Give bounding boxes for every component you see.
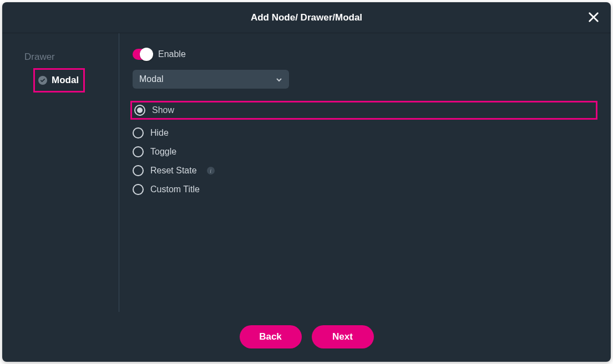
info-icon[interactable]: i bbox=[207, 167, 215, 175]
action-radio-group: Show Hide Toggle Reset State i Cus bbox=[133, 101, 597, 195]
close-button[interactable] bbox=[586, 10, 601, 24]
radio-item-toggle[interactable]: Toggle bbox=[133, 146, 597, 157]
radio-item-hide[interactable]: Hide bbox=[133, 127, 597, 139]
sidebar-item-label: Modal bbox=[52, 75, 79, 86]
radio-icon bbox=[133, 127, 144, 139]
radio-item-show[interactable]: Show bbox=[130, 101, 597, 120]
sidebar-item-drawer[interactable]: Drawer bbox=[2, 46, 119, 68]
toggle-knob bbox=[140, 48, 153, 61]
close-icon bbox=[587, 11, 600, 23]
sidebar-item-label: Drawer bbox=[24, 52, 55, 63]
radio-item-reset-state[interactable]: Reset State i bbox=[133, 165, 597, 176]
radio-label: Hide bbox=[150, 128, 169, 138]
dialog-title: Add Node/ Drawer/Modal bbox=[251, 12, 362, 23]
dialog-header: Add Node/ Drawer/Modal bbox=[2, 2, 611, 33]
chevron-down-icon bbox=[276, 76, 282, 83]
dialog-footer: Back Next bbox=[2, 312, 611, 362]
radio-label: Reset State bbox=[150, 166, 197, 176]
select-value: Modal bbox=[139, 74, 164, 84]
radio-icon bbox=[133, 165, 144, 176]
radio-label: Show bbox=[152, 105, 174, 115]
radio-icon bbox=[133, 146, 144, 157]
check-icon bbox=[38, 76, 47, 85]
radio-item-custom-title[interactable]: Custom Title bbox=[133, 184, 597, 195]
radio-icon bbox=[134, 105, 145, 116]
back-button[interactable]: Back bbox=[240, 325, 302, 348]
radio-label: Toggle bbox=[150, 147, 176, 157]
next-button[interactable]: Next bbox=[312, 325, 374, 348]
sidebar-item-modal[interactable]: Modal bbox=[33, 68, 85, 93]
add-node-dialog: Add Node/ Drawer/Modal Drawer Modal Enab… bbox=[2, 2, 611, 362]
main-panel: Enable Modal Show Hide Toggle bbox=[119, 33, 611, 312]
enable-toggle[interactable] bbox=[133, 49, 151, 60]
type-select[interactable]: Modal bbox=[133, 70, 289, 89]
radio-label: Custom Title bbox=[150, 184, 200, 194]
radio-icon bbox=[133, 184, 144, 195]
sidebar: Drawer Modal bbox=[2, 33, 119, 312]
enable-row: Enable bbox=[133, 49, 597, 60]
enable-label: Enable bbox=[158, 49, 186, 59]
dialog-body: Drawer Modal Enable Modal bbox=[2, 33, 611, 312]
